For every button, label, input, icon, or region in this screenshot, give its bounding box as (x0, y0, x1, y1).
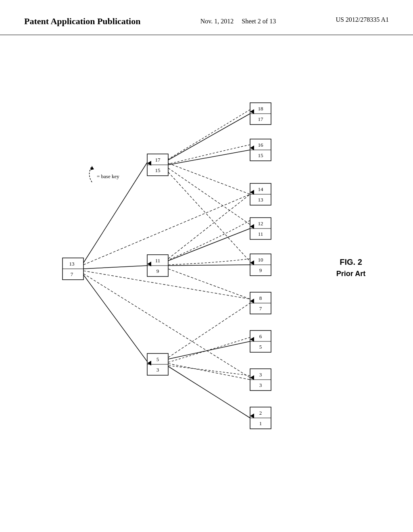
dashed-mid1-leaf5 (168, 172, 250, 262)
arc-leaf1-mid1 (168, 110, 250, 159)
arrow-into-leaf1 (250, 109, 254, 114)
dashed-mid3-leaf6 (168, 303, 250, 357)
arrow-into-leaf4 (250, 224, 254, 229)
leaf6-bot: 7 (259, 305, 262, 312)
leaf8-top: 3 (259, 372, 262, 378)
dashed-root-leaf8 (83, 274, 250, 378)
dashed-mid1-leaf3 (168, 163, 250, 194)
prior-art-label: Prior Art (336, 270, 365, 278)
arrow-into-leaf7 (250, 337, 254, 342)
leaf4-bot: 11 (258, 231, 263, 237)
fig-label: FIG. 2 (340, 258, 362, 266)
diagram-svg: = base key 13 7 17 15 11 9 5 3 18 17 (0, 35, 413, 499)
line-mid1-leaf2 (168, 150, 250, 165)
dashed-root-leaf3 (83, 194, 250, 265)
publication-title: Patent Application Publication (24, 16, 140, 27)
mid1-top-label: 17 (155, 157, 161, 163)
leaf5-top: 10 (258, 257, 263, 263)
mid1-bot-label: 15 (155, 167, 161, 173)
dashed-mid2-leaf3 (168, 194, 250, 259)
leaf3-bot: 13 (258, 197, 263, 203)
line-mid1-leaf1 (168, 114, 250, 160)
diagram-area: = base key 13 7 17 15 11 9 5 3 18 17 (0, 35, 413, 499)
leaf1-top: 18 (258, 106, 263, 112)
page-header: Patent Application Publication Nov. 1, 2… (0, 0, 413, 35)
leaf8-bot: 3 (259, 382, 262, 388)
line-mid3-leaf7 (168, 341, 250, 359)
line-root-mid3 (83, 275, 147, 362)
arrow-into-leaf2 (250, 145, 254, 150)
arrow-into-leaf8 (250, 375, 254, 380)
leaf9-top: 2 (259, 410, 262, 416)
mid3-top-label: 5 (156, 356, 159, 362)
root-top-label: 13 (69, 261, 75, 267)
dashed-mid1-leaf4 (168, 168, 250, 224)
line-mid2-leaf5 (168, 265, 250, 266)
leaf7-top: 6 (259, 333, 262, 339)
publication-date: Nov. 1, 2012 (200, 18, 234, 25)
root-bot-label: 7 (71, 271, 73, 277)
arc-leaf2-mid1 (168, 145, 250, 164)
dashed-mid2-leaf6 (168, 269, 250, 299)
line-mid2-leaf4 (168, 229, 250, 261)
leaf2-bot: 15 (258, 152, 263, 158)
leaf7-bot: 5 (259, 344, 262, 350)
sheet-info: Sheet 2 of 13 (242, 18, 276, 25)
leaf1-bot: 17 (258, 116, 264, 122)
arrow-into-leaf5 (250, 260, 254, 265)
line-root-mid2 (83, 266, 147, 269)
leaf5-bot: 9 (259, 267, 262, 273)
leaf6-top: 8 (259, 295, 262, 301)
arrow-into-leaf9 (250, 414, 254, 418)
arc-leaf7-mid3 (168, 337, 250, 362)
leaf3-top: 14 (258, 186, 264, 192)
mid3-bot-label: 3 (156, 367, 159, 373)
leaf2-top: 16 (258, 142, 264, 148)
patent-number: US 2012/278335 A1 (336, 16, 389, 23)
arc-leaf4-mid2 (168, 220, 250, 260)
arc-leaf5-mid2 (168, 259, 250, 265)
dashed-root-leaf6 (83, 271, 250, 299)
leaf4-top: 12 (258, 220, 263, 227)
leaf9-bot: 1 (259, 420, 262, 426)
mid2-bot-label: 9 (156, 268, 159, 274)
dashed-mid3-leaf8 (168, 364, 250, 380)
arrow-into-leaf3 (250, 190, 254, 195)
arrow-into-mid3 (147, 361, 151, 366)
mid2-top-label: 11 (155, 258, 161, 264)
header-center-info: Nov. 1, 2012 Sheet 2 of 13 (200, 16, 276, 27)
legend-text: = base key (97, 173, 119, 179)
arrow-into-leaf6 (250, 299, 254, 303)
